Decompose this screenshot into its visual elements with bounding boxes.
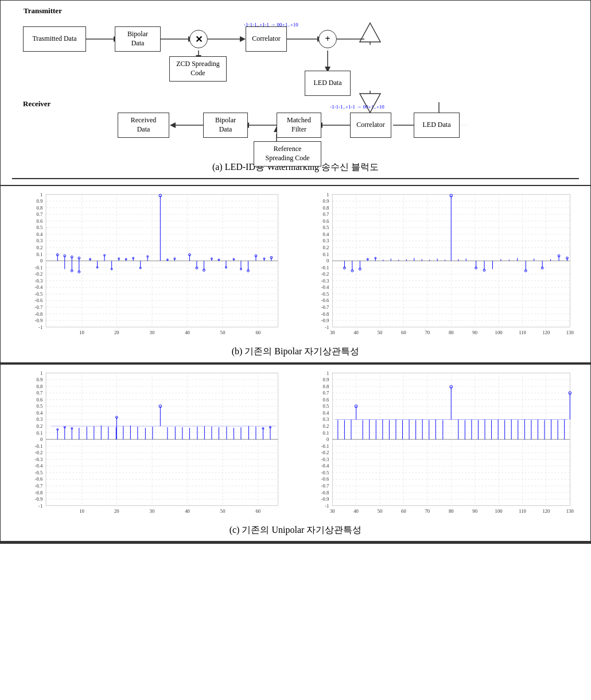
chart-b-left-svg: 1 0.9 0.8 0.7 0.6 0.5 0.4 0.3 0.2 0.1 0 … [6, 189, 296, 338]
svg-text:-0.8: -0.8 [321, 490, 329, 496]
svg-text:60: 60 [401, 330, 406, 335]
chart-b-right: 1 0.9 0.8 0.7 0.6 0.5 0.4 0.3 0.2 0.1 0 … [296, 189, 585, 338]
multiply-circle: ✕ [189, 30, 208, 48]
svg-text:0.8: 0.8 [323, 205, 329, 211]
svg-text:-0.1: -0.1 [35, 443, 43, 449]
svg-text:-0.7: -0.7 [321, 483, 329, 489]
antenna-tx-svg [359, 22, 382, 45]
svg-text:-0.2: -0.2 [35, 450, 43, 455]
svg-text:0.5: 0.5 [36, 225, 42, 230]
svg-text:0.5: 0.5 [323, 403, 329, 409]
svg-text:0.9: 0.9 [323, 198, 329, 204]
bipolar-data-tx-block: BipolarData [115, 26, 161, 52]
svg-text:1: 1 [40, 192, 42, 198]
svg-text:-1: -1 [325, 503, 329, 509]
svg-text:0.6: 0.6 [36, 397, 42, 403]
svg-text:110: 110 [519, 508, 526, 514]
matched-filter-block: MatchedFilter [277, 113, 321, 138]
svg-text:0.7: 0.7 [36, 211, 42, 217]
svg-text:-0.7: -0.7 [35, 304, 43, 310]
svg-text:20: 20 [114, 508, 119, 514]
chart-c-left-svg: 1 0.9 0.8 0.7 0.6 0.5 0.4 0.3 0.2 0.1 0 … [6, 368, 296, 517]
svg-marker-28 [360, 23, 380, 42]
svg-text:-0.2: -0.2 [35, 271, 43, 277]
svg-text:-0.9: -0.9 [321, 496, 329, 502]
svg-text:0.1: 0.1 [36, 430, 42, 436]
svg-text:-1: -1 [38, 324, 42, 330]
svg-text:0: 0 [40, 436, 42, 442]
svg-text:130: 130 [566, 508, 574, 514]
svg-text:-0.6: -0.6 [321, 297, 329, 303]
svg-text:0.4: 0.4 [323, 410, 329, 416]
svg-text:80: 80 [449, 330, 454, 335]
svg-text:-0.6: -0.6 [321, 476, 329, 482]
svg-text:0.7: 0.7 [36, 390, 42, 396]
svg-text:-0.3: -0.3 [321, 457, 329, 462]
svg-text:0.3: 0.3 [36, 238, 42, 243]
svg-text:90: 90 [472, 330, 477, 335]
svg-text:0.4: 0.4 [36, 231, 42, 237]
svg-text:-1: -1 [325, 324, 329, 330]
svg-text:-0.5: -0.5 [321, 291, 329, 297]
svg-text:1: 1 [40, 370, 42, 376]
svg-text:0.2: 0.2 [323, 245, 329, 250]
svg-text:40: 40 [353, 508, 359, 514]
svg-text:40: 40 [185, 330, 190, 335]
svg-text:0.4: 0.4 [323, 231, 329, 237]
received-data-block: ReceivedData [118, 113, 169, 138]
chart-c-left: 1 0.9 0.8 0.7 0.6 0.5 0.4 0.3 0.2 0.1 0 … [6, 368, 296, 517]
svg-text:70: 70 [425, 508, 430, 514]
svg-text:-0.5: -0.5 [35, 291, 43, 297]
svg-text:30: 30 [330, 508, 335, 514]
svg-text:70: 70 [425, 330, 430, 335]
svg-text:-0.1: -0.1 [321, 265, 329, 270]
svg-text:-0.8: -0.8 [35, 490, 43, 496]
svg-text:0.1: 0.1 [323, 252, 329, 257]
svg-text:-0.6: -0.6 [35, 476, 43, 482]
svg-text:60: 60 [255, 330, 260, 335]
receiver-label: Receiver [23, 99, 50, 109]
svg-text:-0.7: -0.7 [321, 304, 329, 310]
svg-text:0.5: 0.5 [323, 225, 329, 230]
svg-text:-0.9: -0.9 [35, 496, 43, 502]
svg-text:-0.7: -0.7 [35, 483, 43, 489]
led-data-tx-block: LED Data [305, 71, 351, 96]
svg-text:-0.4: -0.4 [35, 463, 43, 469]
correlator-tx-block: Correlator [246, 26, 287, 52]
svg-text:30: 30 [330, 330, 335, 335]
svg-text:40: 40 [353, 330, 359, 335]
section-b-charts-row: 1 0.9 0.8 0.7 0.6 0.5 0.4 0.3 0.2 0.1 0 … [1, 186, 590, 341]
svg-text:-0.9: -0.9 [35, 318, 43, 323]
svg-text:30: 30 [150, 508, 155, 514]
svg-marker-30 [360, 94, 380, 113]
svg-text:-0.6: -0.6 [35, 297, 43, 303]
zcd-spreading-code-block: ZCD SpreadingCode [169, 56, 227, 82]
section-a: Transmitter [1, 1, 590, 186]
svg-text:-0.3: -0.3 [35, 278, 43, 284]
svg-text:-0.8: -0.8 [321, 311, 329, 317]
svg-text:-0.3: -0.3 [35, 457, 43, 462]
svg-text:120: 120 [542, 330, 550, 335]
svg-text:-0.4: -0.4 [321, 284, 329, 290]
transmitted-data-block: Trasmitted Data [23, 26, 86, 52]
svg-text:-0.1: -0.1 [321, 443, 329, 449]
section-c-charts-row: 1 0.9 0.8 0.7 0.6 0.5 0.4 0.3 0.2 0.1 0 … [1, 365, 590, 520]
chart-c-right: 1 0.9 0.8 0.7 0.6 0.5 0.4 0.3 0.2 0.1 0 … [296, 368, 585, 517]
svg-text:0.8: 0.8 [36, 384, 42, 389]
svg-text:30: 30 [150, 330, 155, 335]
svg-text:0.3: 0.3 [323, 416, 329, 422]
svg-text:-0.4: -0.4 [35, 284, 43, 290]
transmitter-label: Transmitter [24, 6, 579, 16]
svg-text:0: 0 [40, 258, 42, 264]
svg-text:0.1: 0.1 [36, 252, 42, 257]
led-data-rx-block: LED Data [414, 113, 460, 138]
svg-text:40: 40 [185, 508, 190, 514]
svg-text:20: 20 [114, 330, 119, 335]
svg-text:50: 50 [220, 330, 225, 335]
plus-circle-tx: + [318, 30, 337, 48]
svg-text:-0.1: -0.1 [35, 265, 43, 270]
svg-text:0.3: 0.3 [36, 416, 42, 422]
svg-text:0.5: 0.5 [36, 403, 42, 409]
svg-marker-21 [170, 122, 176, 128]
reference-spreading-code-block: ReferenceSpreading Code [254, 141, 321, 167]
